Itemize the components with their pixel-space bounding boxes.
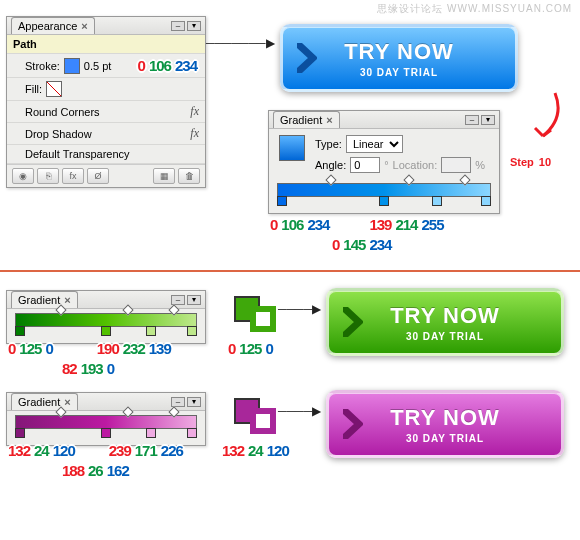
pair-rgb-p: 13224120 — [220, 442, 291, 459]
chevron-icon — [297, 43, 317, 73]
gradient-panel: Gradient× –▾ Type: Linear Angle: ° Locat… — [268, 110, 500, 214]
expand-icon[interactable]: ▾ — [187, 21, 201, 31]
stroke-swatch[interactable] — [250, 306, 276, 332]
clear-icon[interactable]: Ø — [87, 168, 109, 184]
close-icon[interactable]: × — [64, 294, 70, 306]
watermark: 思缘设计论坛 WWW.MISSYUAN.COM — [377, 2, 572, 16]
g: 106 — [147, 57, 173, 74]
try-title: TRY NOW — [390, 405, 500, 431]
min-icon[interactable]: – — [171, 21, 185, 31]
fx-btn[interactable]: fx — [62, 168, 84, 184]
gradient-bar[interactable] — [15, 313, 197, 327]
expand-icon[interactable]: ▾ — [187, 397, 201, 407]
stroke-row[interactable]: Stroke: 0.5 pt 0 106 234 — [7, 54, 205, 78]
color-stop[interactable] — [432, 196, 442, 206]
stroke-swatch[interactable] — [64, 58, 80, 74]
gradient-bar[interactable] — [15, 415, 197, 429]
tab-gradient[interactable]: Gradient× — [11, 393, 78, 410]
chevron-icon — [343, 307, 363, 337]
trash-icon[interactable]: 🗑 — [178, 168, 200, 184]
try-button-pink[interactable]: TRY NOW 30 DAY TRIAL — [326, 390, 564, 458]
type-lbl: Type: — [315, 138, 342, 150]
try-sub: 30 DAY TRIAL — [360, 67, 438, 78]
b: 234 — [173, 57, 199, 74]
arrow-icon: ───────▶ — [206, 36, 275, 50]
tab-appearance[interactable]: Appearance× — [11, 17, 95, 34]
g2-rgb: 01250 190232139 — [6, 340, 173, 357]
none-swatch[interactable] — [46, 81, 62, 97]
eye-icon[interactable]: ◉ — [12, 168, 34, 184]
arrow-icon: ────▶ — [278, 302, 321, 316]
color-stop[interactable] — [187, 428, 197, 438]
color-stop[interactable] — [277, 196, 287, 206]
g3-rgb: 13224120 239171226 — [6, 442, 185, 459]
gradient-panel-pink: Gradient×–▾ — [6, 392, 206, 446]
try-sub: 30 DAY TRIAL — [406, 433, 484, 444]
color-stop[interactable] — [15, 428, 25, 438]
fill-lbl: Fill: — [25, 83, 42, 95]
angle-lbl: Angle: — [315, 159, 346, 171]
tab-label: Gradient — [280, 114, 322, 126]
round-row[interactable]: Round Cornersfx — [7, 101, 205, 123]
color-stop[interactable] — [187, 326, 197, 336]
shadow-row[interactable]: Drop Shadowfx — [7, 123, 205, 145]
link-icon[interactable]: ⎘ — [37, 168, 59, 184]
expand-icon[interactable]: ▾ — [481, 115, 495, 125]
fill-row[interactable]: Fill: — [7, 78, 205, 101]
try-title: TRY NOW — [390, 303, 500, 329]
min-icon[interactable]: – — [171, 397, 185, 407]
path-row[interactable]: Path — [7, 35, 205, 54]
color-stop[interactable] — [15, 326, 25, 336]
panel-header: Appearance× –▾ — [7, 17, 205, 35]
tab-gradient[interactable]: Gradient× — [273, 111, 340, 128]
loc-input[interactable] — [441, 157, 471, 173]
close-icon[interactable]: × — [64, 396, 70, 408]
angle-input[interactable] — [350, 157, 380, 173]
pct-lbl: % — [475, 159, 485, 171]
g3-rgb-mid: 18826162 — [60, 462, 131, 479]
grad-rgb-row: 0106234 139214255 — [268, 216, 446, 233]
swatch-pair-pink — [234, 398, 276, 434]
step-label: Step 10 — [510, 150, 551, 171]
stroke-lbl: Stroke: — [25, 60, 60, 72]
transp-lbl: Default Transparency — [25, 148, 130, 160]
min-icon[interactable]: – — [171, 295, 185, 305]
close-icon[interactable]: × — [81, 20, 87, 32]
stroke-swatch[interactable] — [250, 408, 276, 434]
tab-label: Gradient — [18, 396, 60, 408]
appearance-panel: Appearance× –▾ Path Stroke: 0.5 pt 0 106… — [6, 16, 206, 188]
fx-icon: fx — [190, 104, 199, 119]
pair-rgb-g: 01250 — [226, 340, 275, 357]
type-select[interactable]: Linear — [346, 135, 403, 153]
color-stop[interactable] — [379, 196, 389, 206]
try-button-blue[interactable]: TRY NOW 30 DAY TRIAL — [280, 24, 518, 92]
curve-arrow-icon — [525, 88, 565, 148]
divider — [0, 270, 580, 272]
color-stop[interactable] — [101, 428, 111, 438]
gradient-bar[interactable] — [277, 183, 491, 197]
tab-label: Gradient — [18, 294, 60, 306]
min-icon[interactable]: – — [465, 115, 479, 125]
panel-footer: ◉ ⎘ fx Ø ▦ 🗑 — [7, 164, 205, 187]
close-icon[interactable]: × — [326, 114, 332, 126]
round-lbl: Round Corners — [25, 106, 100, 118]
r: 0 — [136, 57, 147, 74]
try-button-green[interactable]: TRY NOW 30 DAY TRIAL — [326, 288, 564, 356]
panel-header: Gradient× –▾ — [269, 111, 499, 129]
try-title: TRY NOW — [344, 39, 454, 65]
color-stop[interactable] — [481, 196, 491, 206]
tab-gradient[interactable]: Gradient× — [11, 291, 78, 308]
new-icon[interactable]: ▦ — [153, 168, 175, 184]
color-stop[interactable] — [146, 326, 156, 336]
transp-row[interactable]: Default Transparency — [7, 145, 205, 164]
g2-rgb-mid: 821930 — [60, 360, 116, 377]
tab-label: Appearance — [18, 20, 77, 32]
fx-icon: fx — [190, 126, 199, 141]
loc-lbl: Location: — [393, 159, 438, 171]
color-stop[interactable] — [146, 428, 156, 438]
grad-preview[interactable] — [279, 135, 305, 161]
color-stop[interactable] — [101, 326, 111, 336]
swatch-pair-green — [234, 296, 276, 332]
grad-body: Type: Linear Angle: ° Location: % — [269, 129, 499, 179]
expand-icon[interactable]: ▾ — [187, 295, 201, 305]
